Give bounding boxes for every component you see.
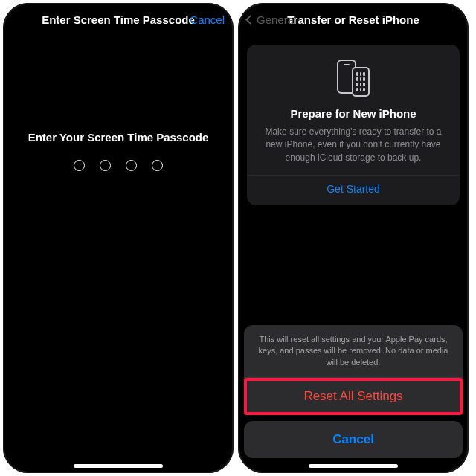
passcode-dot [74, 160, 85, 171]
sheet-message: This will reset all settings and your Ap… [244, 325, 463, 377]
navbar: General Transfer or Reset iPhone [238, 3, 469, 36]
passcode-dot [100, 160, 111, 171]
back-button[interactable]: General [247, 13, 296, 26]
divider [247, 175, 460, 176]
nav-title: Enter Screen Time Passcode [42, 13, 195, 26]
passcode-area: Enter Your Screen Time Passcode [3, 131, 234, 171]
chevron-left-icon [245, 15, 255, 25]
cancel-button[interactable]: Cancel [190, 13, 225, 26]
screen-transfer-reset: General Transfer or Reset iPhone Prepare… [238, 3, 469, 473]
nav-title: Transfer or Reset iPhone [287, 13, 419, 26]
prepare-card: Prepare for New iPhone Make sure everyth… [247, 45, 460, 205]
prepare-title: Prepare for New iPhone [259, 107, 448, 120]
screen-passcode: Enter Screen Time Passcode Cancel Enter … [3, 3, 234, 473]
action-sheet: This will reset all settings and your Ap… [244, 325, 463, 458]
passcode-dot [126, 160, 137, 171]
sheet-cancel-button[interactable]: Cancel [244, 421, 463, 458]
sheet-action-label: Reset All Settings [303, 389, 402, 403]
passcode-dots[interactable] [3, 160, 234, 171]
prepare-desc: Make sure everything's ready to transfer… [259, 126, 448, 164]
home-indicator[interactable] [309, 464, 398, 468]
passcode-dot [152, 160, 163, 171]
reset-all-settings-button[interactable]: Reset All Settings [244, 377, 463, 415]
devices-icon [259, 60, 448, 97]
back-label: General [257, 13, 296, 26]
home-indicator[interactable] [74, 464, 163, 468]
navbar: Enter Screen Time Passcode Cancel [3, 3, 234, 36]
get-started-button[interactable]: Get Started [259, 183, 448, 195]
passcode-prompt: Enter Your Screen Time Passcode [3, 131, 234, 144]
